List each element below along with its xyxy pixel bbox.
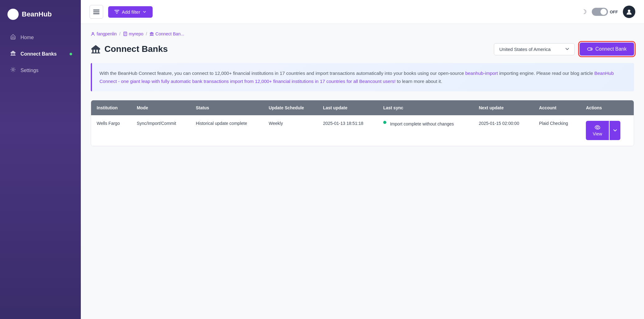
svg-rect-16 xyxy=(150,34,151,35)
connect-bank-button[interactable]: Connect Bank xyxy=(580,43,634,56)
breadcrumb-repo-text: myrepo xyxy=(129,31,144,36)
toggle-track[interactable] xyxy=(592,8,608,16)
col-update-schedule: Update Schedule xyxy=(263,100,318,115)
info-text-after-link2: to learn more about it. xyxy=(396,79,442,84)
sidebar-navigation: Home Connect Banks xyxy=(0,30,81,78)
breadcrumb-user[interactable]: fangpenlin xyxy=(91,31,117,36)
page-header: Connect Banks United States of America C… xyxy=(91,43,634,56)
col-status: Status xyxy=(190,100,263,115)
active-indicator xyxy=(70,53,72,55)
breadcrumb-repo[interactable]: myrepo xyxy=(123,31,144,36)
sync-status-text: Import complete without changes xyxy=(390,121,454,127)
country-select[interactable]: United States of America xyxy=(494,43,575,55)
svg-rect-9 xyxy=(93,10,99,11)
settings-icon xyxy=(10,66,16,74)
breadcrumb: fangpenlin / myrepo / xyxy=(91,31,634,36)
cell-account: Plaid Checking xyxy=(533,115,580,146)
topbar-right: ☽ OFF xyxy=(581,6,635,18)
sidebar-item-connect-banks-label: Connect Banks xyxy=(21,51,57,57)
col-actions: Actions xyxy=(580,100,634,115)
col-last-sync: Last sync xyxy=(378,100,473,115)
cell-next-update: 2025-01-15 02:00:00 xyxy=(473,115,533,146)
svg-rect-5 xyxy=(14,53,15,55)
banks-table-card: Institution Mode Status Update Schedule … xyxy=(91,100,634,146)
toggle-label: OFF xyxy=(610,10,618,14)
country-select-value: United States of America xyxy=(499,47,550,52)
dark-mode-toggle[interactable]: OFF xyxy=(592,8,618,16)
user-avatar[interactable] xyxy=(623,6,635,18)
svg-point-13 xyxy=(92,33,94,34)
breadcrumb-sep-1: / xyxy=(119,31,121,36)
view-button[interactable]: View xyxy=(586,121,609,140)
connect-banks-icon xyxy=(91,44,101,54)
page-title-area: Connect Banks xyxy=(91,44,489,54)
svg-rect-18 xyxy=(153,34,153,35)
sidebar-item-settings[interactable]: Settings xyxy=(5,63,76,78)
sidebar-item-connect-banks[interactable]: Connect Banks xyxy=(5,46,76,62)
cell-status: Historical update complete xyxy=(190,115,263,146)
cell-last-update: 2025-01-13 18:51:18 xyxy=(317,115,378,146)
page-title: Connect Banks xyxy=(104,44,168,54)
svg-rect-24 xyxy=(98,50,99,52)
breadcrumb-current[interactable]: Connect Ban... xyxy=(150,31,184,36)
add-filter-button[interactable]: Add filter xyxy=(108,6,153,18)
banks-table: Institution Mode Status Update Schedule … xyxy=(91,100,634,146)
col-account: Account xyxy=(533,100,580,115)
connect-bank-label: Connect Bank xyxy=(595,46,627,52)
action-buttons: View xyxy=(586,121,628,140)
toggle-thumb xyxy=(600,9,607,15)
main-content: Add filter ☽ OFF xyxy=(81,0,644,319)
logo-icon xyxy=(7,9,19,20)
svg-rect-17 xyxy=(151,34,152,35)
sidebar-item-settings-label: Settings xyxy=(21,68,39,73)
col-last-update: Last update xyxy=(317,100,378,115)
cell-update-schedule: Weekly xyxy=(263,115,318,146)
col-next-update: Next update xyxy=(473,100,533,115)
table-row: Wells Fargo Sync/Import/Commit Historica… xyxy=(91,115,634,146)
sidebar-item-home[interactable]: Home xyxy=(5,30,76,45)
col-mode: Mode xyxy=(131,100,190,115)
breadcrumb-sep-2: / xyxy=(146,31,147,36)
svg-rect-3 xyxy=(11,53,12,55)
add-filter-label: Add filter xyxy=(122,9,140,15)
svg-rect-11 xyxy=(93,13,99,14)
svg-rect-15 xyxy=(150,33,154,34)
cell-mode: Sync/Import/Commit xyxy=(131,115,190,146)
svg-point-12 xyxy=(628,10,630,12)
cell-institution: Wells Fargo xyxy=(91,115,131,146)
breadcrumb-current-text: Connect Ban... xyxy=(155,31,184,36)
breadcrumb-user-text: fangpenlin xyxy=(97,31,117,36)
content-area: fangpenlin / myrepo / xyxy=(81,24,644,319)
svg-rect-21 xyxy=(91,48,100,50)
svg-marker-26 xyxy=(91,45,100,48)
sidebar-logo: BeanHub xyxy=(0,0,81,30)
beanhub-import-link[interactable]: beanhub-import xyxy=(465,71,498,76)
bank-icon xyxy=(10,50,16,58)
info-text-before-link1: With the BeanHub Connect feature, you ca… xyxy=(99,71,465,76)
table-header-row: Institution Mode Status Update Schedule … xyxy=(91,100,634,115)
svg-rect-6 xyxy=(11,55,16,56)
svg-rect-19 xyxy=(150,35,154,36)
info-box: With the BeanHub Connect feature, you ca… xyxy=(91,63,634,91)
menu-button[interactable] xyxy=(90,5,103,19)
view-dropdown-button[interactable] xyxy=(610,121,620,140)
svg-rect-23 xyxy=(95,50,96,52)
home-icon xyxy=(10,34,16,41)
cell-last-sync: Import complete without changes xyxy=(378,115,473,146)
svg-point-27 xyxy=(591,48,592,50)
col-institution: Institution xyxy=(91,100,131,115)
svg-marker-20 xyxy=(150,32,154,33)
svg-rect-4 xyxy=(13,53,13,55)
view-label: View xyxy=(593,131,602,136)
svg-point-28 xyxy=(596,126,598,128)
svg-rect-22 xyxy=(92,50,94,52)
svg-rect-10 xyxy=(93,11,99,12)
svg-rect-2 xyxy=(11,52,16,53)
svg-point-8 xyxy=(12,69,14,71)
svg-rect-25 xyxy=(91,52,100,53)
sidebar-item-home-label: Home xyxy=(21,35,34,40)
logo-text: BeanHub xyxy=(22,10,52,18)
sync-status-dot xyxy=(383,121,386,124)
info-text-after-link1: importing engine. Please read our blog a… xyxy=(498,71,594,76)
moon-icon: ☽ xyxy=(581,8,587,16)
